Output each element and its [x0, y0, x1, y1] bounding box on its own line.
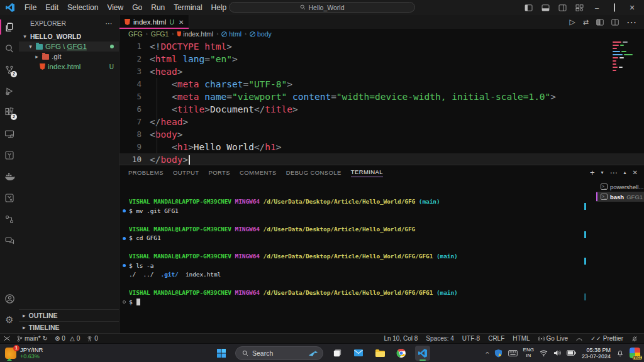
code-line-2[interactable]: 2<html lang="en"> [119, 53, 644, 65]
comments-icon[interactable] [0, 230, 19, 251]
menu-edit[interactable]: Edit [41, 2, 63, 13]
remote-indicator-icon[interactable] [4, 336, 10, 341]
minimap[interactable] [613, 41, 639, 73]
go-live-button[interactable]: Go Live [538, 335, 568, 342]
minimize-button[interactable]: – [592, 4, 601, 11]
clock[interactable]: 05:38 PM 23-07-2024 [582, 347, 611, 359]
toggle-secondary-sidebar-icon[interactable] [558, 4, 567, 11]
menu-help[interactable]: Help [207, 2, 231, 13]
breadcrumb-gfg1[interactable]: GFG1 [151, 30, 169, 38]
split-editor-icon[interactable] [596, 19, 604, 26]
tab-ports[interactable]: PORTS [208, 169, 230, 176]
tree-file-index-html[interactable]: index.html U [19, 62, 119, 72]
breadcrumb-gfg[interactable]: GFG [128, 30, 143, 38]
code-line-5[interactable]: 5 <meta name="viewport" content="width=d… [119, 90, 644, 103]
maximize-button[interactable] [610, 4, 619, 11]
account-icon[interactable] [0, 288, 19, 309]
search-icon[interactable] [0, 38, 19, 59]
weather-widget[interactable]: 1 JPY/INR +0.63% [5, 347, 43, 359]
eol-sequence[interactable]: CRLF [488, 335, 504, 342]
tree-folder-gfg-gfg1[interactable]: ▾ GFG \ GFG1 [19, 41, 119, 52]
breadcrumb-html[interactable]: html [221, 30, 242, 38]
extension-a-icon[interactable] [0, 145, 19, 166]
speaker-icon[interactable] [553, 349, 561, 356]
chrome-icon[interactable] [394, 346, 409, 361]
close-button[interactable]: ✕ [628, 4, 636, 12]
promoted-app-icon[interactable]: FREE [630, 348, 640, 358]
menu-selection[interactable]: Selection [63, 2, 103, 13]
arc-icon[interactable] [576, 336, 582, 341]
language-indicator[interactable]: ENGIN [523, 348, 534, 358]
panel-more-icon[interactable]: ⋯ [610, 169, 618, 177]
maximize-panel-icon[interactable]: ▴ [624, 170, 626, 175]
toggle-panel-icon[interactable] [541, 4, 550, 11]
code-line-8[interactable]: 8<body> [119, 128, 644, 141]
code-line-7[interactable]: 7</head> [119, 116, 644, 128]
code-line-1[interactable]: 1<!DOCTYPE html> [119, 40, 644, 53]
customize-layout-icon[interactable] [575, 4, 584, 11]
docker-icon[interactable] [0, 166, 19, 187]
outline-section[interactable]: ▸ OUTLINE [19, 309, 119, 321]
code-editor[interactable]: 1<!DOCTYPE html>2<html lang="en">3<head>… [119, 39, 644, 165]
ports-indicator[interactable]: 0 [87, 335, 98, 342]
task-view-button[interactable] [330, 346, 345, 361]
tree-folder-git[interactable]: ▸ .git [19, 52, 119, 62]
problems-indicator[interactable]: ⊗0 △0 [55, 335, 80, 342]
file-explorer-icon[interactable] [372, 346, 387, 361]
wifi-icon[interactable] [540, 350, 548, 356]
tab-index-html[interactable]: index.html U ✕ [119, 15, 189, 29]
timeline-section[interactable]: ▸ TIMELINE [19, 321, 119, 333]
start-button[interactable] [214, 346, 229, 361]
menu-file[interactable]: File [20, 2, 41, 13]
taskbar-search[interactable]: Search [235, 346, 323, 360]
tree-root-hello-world[interactable]: ▾ HELLO_WORLD [19, 31, 119, 41]
tab-terminal[interactable]: TERMINAL [351, 168, 383, 177]
notifications-bell-icon[interactable] [631, 336, 638, 342]
code-line-4[interactable]: 4 <meta charset="UTF-8"> [119, 78, 644, 90]
menu-run[interactable]: Run [147, 2, 169, 13]
code-line-10[interactable]: 10</body> [119, 153, 644, 165]
git-branch-indicator[interactable]: main* ↻ [17, 335, 48, 342]
language-mode[interactable]: HTML [513, 335, 530, 342]
prettier-indicator[interactable]: ✓✓ Prettier [591, 335, 623, 342]
terminal-item-powershell[interactable]: >_ powershell... [596, 182, 644, 192]
cursor-position[interactable]: Ln 10, Col 8 [384, 335, 418, 342]
menu-view[interactable]: View [103, 2, 128, 13]
editor-layout-icon[interactable] [611, 19, 619, 26]
menu-terminal[interactable]: Terminal [169, 2, 206, 13]
toggle-sidebar-icon[interactable] [525, 4, 533, 11]
settings-gear-icon[interactable]: ⚙ [0, 309, 19, 331]
touch-keyboard-icon[interactable] [508, 350, 518, 356]
tab-output[interactable]: OUTPUT [173, 169, 199, 176]
source-control-icon[interactable]: 2 [0, 59, 19, 80]
command-center-search[interactable]: Hello_World [229, 2, 415, 13]
live-preview-icon[interactable] [0, 123, 19, 145]
tab-close-icon[interactable]: ✕ [179, 19, 184, 26]
tray-expand-icon[interactable]: › [484, 352, 491, 354]
indentation[interactable]: Spaces: 4 [426, 335, 453, 342]
tab-debug-console[interactable]: DEBUG CONSOLE [286, 169, 341, 176]
run-button[interactable]: ▷ [570, 18, 575, 26]
workflow-icon[interactable] [0, 209, 19, 230]
extensions-icon[interactable]: 2 [0, 102, 19, 123]
tab-comments[interactable]: COMMENTS [240, 169, 277, 176]
menu-go[interactable]: Go [128, 2, 147, 13]
security-shield-icon[interactable] [494, 349, 502, 358]
more-actions-icon[interactable]: ⋯ [626, 16, 636, 28]
vscode-taskbar-icon[interactable] [415, 346, 430, 361]
explorer-icon[interactable] [0, 16, 19, 38]
explorer-more-actions-icon[interactable]: ⋯ [106, 19, 113, 27]
notification-bell-icon[interactable] [616, 349, 624, 357]
open-changes-icon[interactable]: ⇄ [583, 18, 589, 26]
run-debug-icon[interactable] [0, 80, 19, 102]
terminal-item-bash[interactable]: >_ bash GFG1 [596, 192, 644, 202]
battery-icon[interactable] [567, 350, 576, 356]
mail-app-icon[interactable] [351, 346, 366, 361]
tab-problems[interactable]: PROBLEMS [128, 169, 164, 176]
code-line-6[interactable]: 6 <title>Document</title> [119, 103, 644, 116]
code-line-9[interactable]: 9 <h1>Hello World</h1> [119, 141, 644, 153]
extension-b-icon[interactable] [0, 187, 19, 209]
breadcrumb-file[interactable]: index.html [177, 30, 213, 38]
terminal-dropdown-icon[interactable]: ▾ [601, 170, 604, 175]
encoding[interactable]: UTF-8 [462, 335, 480, 342]
